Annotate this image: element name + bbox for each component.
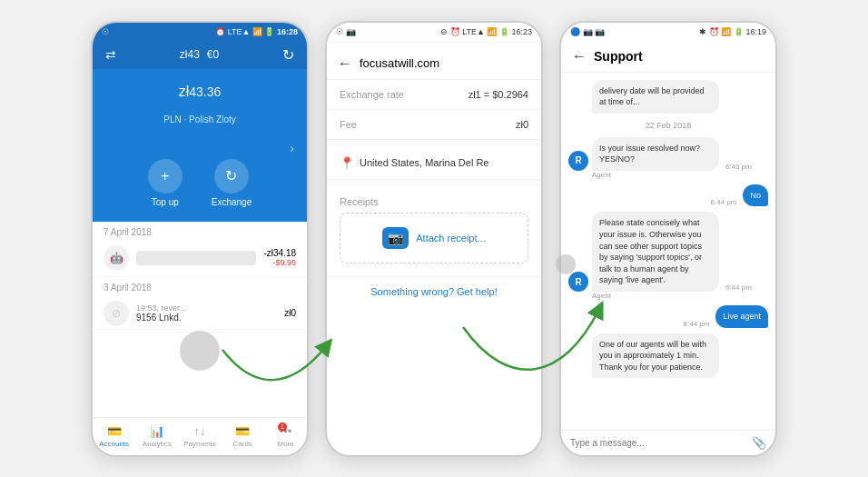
phone2-status-right: ⊖ ⏰ LTE▲ 📶 🔋 16:23 [440, 27, 532, 36]
bubble-system: One of our agents will be with you in ap… [592, 333, 719, 379]
phone3-title: Support [594, 49, 764, 64]
phone3-input-bar: 📎 [561, 430, 775, 455]
attach-icon[interactable]: 📎 [752, 436, 766, 450]
txn-amount-2: zł0 [284, 308, 296, 318]
msg-time-live: 6:44 pm [684, 320, 710, 328]
phone3-status-right: ✱ ⏰ 📶 🔋 16:19 [699, 27, 766, 36]
date-divider: 22 Feb 2018 [568, 121, 768, 130]
phone3-status: 🔵 📷 📷 ✱ ⏰ 📶 🔋 16:19 [561, 23, 775, 41]
transfer-icon[interactable]: ⇄ [105, 47, 116, 62]
analytics-icon: 📊 [150, 424, 164, 438]
nav-payments-label: Payments [183, 440, 216, 448]
pin-icon: 📍 [340, 156, 354, 170]
phone3-back-button[interactable]: ← [572, 48, 587, 65]
msg-row-live-agent: 6:44 pm Live agent [568, 305, 768, 328]
attach-receipt-box[interactable]: 📷 Attach receipt... [340, 213, 528, 263]
nav-more-badge: 1 [278, 422, 287, 432]
msg-row-agent-2: R Please state concisely what your issue… [568, 212, 768, 300]
nav-analytics-label: Analytics [143, 440, 172, 448]
transaction-item-1[interactable]: 🤖 -zł34.18 -$9.95 [93, 240, 307, 277]
nav-more[interactable]: 1 ••• More [264, 418, 307, 455]
fee-value: zł0 [516, 119, 528, 130]
location-text: United States, Marina Del Re [360, 157, 488, 168]
agent-label-2: Agent [592, 292, 768, 300]
chat-input[interactable] [570, 438, 746, 448]
bubble-no: No [743, 184, 768, 207]
nav-accounts-label: Accounts [99, 440, 129, 448]
txn-icon-1: 🤖 [104, 245, 129, 271]
bubble-agent-1: Is your issue resolved now? YES/NO? [592, 137, 719, 171]
phone1-currency-label: PLN · Polish Zloty [163, 114, 235, 124]
bubble-live-agent: Live agent [715, 305, 768, 328]
divider2 [327, 180, 541, 187]
phone1-actions: + Top up ↻ Exchange [93, 159, 307, 222]
camera-icon: 📷 [382, 227, 409, 249]
phone3-nav: ← Support [561, 41, 775, 73]
nav-accounts[interactable]: 💳 Accounts [93, 418, 135, 455]
attach-receipt-label: Attach receipt... [416, 233, 485, 243]
agent-label-1: Agent [592, 171, 768, 179]
msg-row-no: 6:44 pm No [568, 184, 768, 207]
location-row: 📍 United States, Marina Del Re [327, 147, 541, 180]
msg-truncated: delivery date will be provided at time o… [568, 80, 768, 114]
nav-analytics[interactable]: 📊 Analytics [135, 418, 178, 455]
phone-1: ☉ ⏰ LTE▲ 📶 🔋 16:28 ⇄ zł43 €0 ↻ zł43.36 P… [91, 21, 309, 457]
phone1-zero-label: €0 [207, 48, 219, 61]
msg-row-agent-1: R Is your issue resolved now? YES/NO? 6:… [568, 137, 768, 179]
nav-cards-label: Cards [233, 440, 252, 448]
phone2-status: ☉ 📷 ⊖ ⏰ LTE▲ 📶 🔋 16:23 [327, 23, 541, 41]
txn-icon-2: ⊘ [104, 301, 129, 326]
payments-icon: ↑↓ [194, 424, 206, 438]
phone3-arrow-circle [556, 254, 576, 274]
phone-3: 🔵 📷 📷 ✱ ⏰ 📶 🔋 16:19 ← Support delivery d… [559, 21, 777, 457]
exchange-icon: ↻ [214, 159, 249, 194]
exchange-rate-row: Exchange rate zł1 = $0.2964 [327, 80, 541, 110]
nav-more-label: More [277, 440, 293, 448]
topup-button[interactable]: + Top up [148, 159, 182, 207]
exchange-rate-value: zł1 = $0.2964 [469, 89, 528, 100]
phone2-content: Exchange rate zł1 = $0.2964 Fee zł0 📍 Un… [327, 80, 541, 455]
date-header-2: 3 April 2018 [93, 277, 307, 295]
msg-time-2: 6:44 pm [725, 283, 752, 292]
topup-label: Top up [152, 197, 179, 207]
agent-avatar-2: R [568, 272, 588, 292]
nav-cards[interactable]: 💳 Cards [222, 418, 264, 455]
divider [327, 140, 541, 147]
phone2-back-button[interactable]: ← [338, 55, 352, 72]
phone1-transactions: 7 April 2018 🤖 -zł34.18 -$9.95 3 April 2… [93, 222, 307, 417]
phone3-chat: delivery date will be provided at time o… [561, 73, 775, 430]
txn-bar-1 [136, 251, 256, 265]
exchange-button[interactable]: ↻ Exchange [212, 159, 252, 207]
phone2-scroll-hint [327, 41, 541, 48]
msg-row-system: One of our agents will be with you in ap… [568, 333, 768, 379]
accounts-icon: 💳 [107, 424, 122, 438]
phone1-amount-label: zł43 [180, 48, 200, 61]
fee-row: Fee zł0 [327, 110, 541, 140]
fee-label: Fee [340, 119, 357, 130]
phone2-title: focusatwill.com [360, 56, 530, 70]
topup-icon: + [148, 159, 182, 194]
transaction-item-2[interactable]: ⊘ 19:53, rever... 9156 Lnkd. zł0 [93, 295, 307, 333]
bubble-truncated: delivery date will be provided at time o… [592, 80, 719, 114]
chevron-right-icon: › [290, 141, 294, 155]
phone1-circle-overlay [180, 331, 220, 371]
phone1-balance-amount: zł43.36 [179, 82, 222, 113]
phone1-status-right: ⏰ LTE▲ 📶 🔋 16:28 [215, 27, 298, 36]
phone1-refresh-icon[interactable]: ↻ [282, 46, 294, 64]
cards-icon: 💳 [235, 424, 250, 438]
phone1-header-title: zł43 €0 [180, 48, 219, 61]
msg-time-1: 6:43 pm [725, 163, 752, 171]
phone1-header: ⇄ zł43 €0 ↻ [93, 41, 307, 69]
phone3-status-left: 🔵 📷 📷 [570, 27, 605, 36]
phone1-balance: zł43.36 PLN · Polish Zloty [93, 69, 307, 141]
phone1-status: ☉ ⏰ LTE▲ 📶 🔋 16:28 [93, 23, 307, 41]
phone1-status-left: ☉ [102, 27, 109, 36]
bubble-agent-2: Please state concisely what your issue i… [592, 212, 719, 292]
phone2-nav: ← focusatwill.com [327, 48, 541, 80]
txn-amount-1: -zł34.18 -$9.95 [263, 248, 296, 267]
help-link[interactable]: Something wrong? Get help! [327, 276, 541, 306]
msg-time-no: 6:44 pm [711, 198, 737, 206]
nav-payments[interactable]: ↑↓ Payments [178, 418, 221, 455]
currency-symbol: zł [179, 84, 190, 99]
date-header-1: 7 April 2018 [93, 222, 307, 240]
